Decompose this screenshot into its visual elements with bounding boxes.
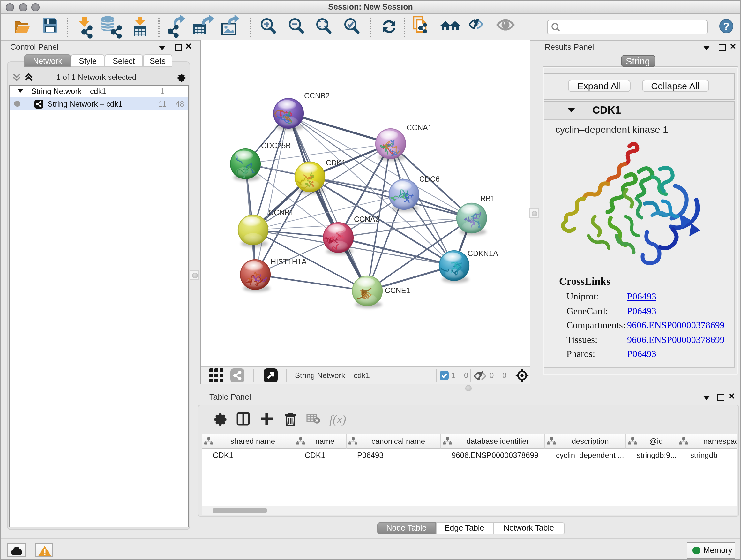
svg-text:CCNB1: CCNB1 [268,208,294,216]
svg-text:RB1: RB1 [480,194,495,202]
svg-text:CCNA2: CCNA2 [354,215,380,223]
svg-text:HIST1H1A: HIST1H1A [271,257,307,266]
svg-text:CDK1: CDK1 [326,159,346,167]
svg-text:f(x): f(x) [329,412,346,426]
svg-text:CDC6: CDC6 [419,175,440,183]
svg-text:CDKN1A: CDKN1A [468,249,498,257]
svg-text:CCNA1: CCNA1 [407,123,432,132]
svg-text:CCNE1: CCNE1 [385,286,410,294]
svg-text:CDC25B: CDC25B [261,141,291,149]
svg-text:?: ? [723,20,730,32]
svg-text:CCNB2: CCNB2 [304,91,330,100]
